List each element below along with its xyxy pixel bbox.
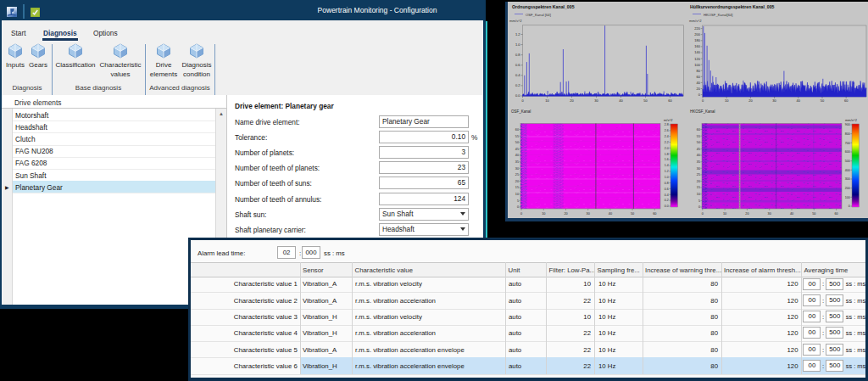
svg-text:50: 50 [812,212,815,216]
svg-text:HKOSF_Kanal: HKOSF_Kanal [690,109,715,114]
svg-text:20: 20 [748,98,753,103]
svg-text:10: 10 [542,212,545,216]
svg-text:800: 800 [845,132,850,136]
svg-text:1.2: 1.2 [665,170,669,173]
svg-text:60: 60 [697,128,700,132]
svg-text:50: 50 [821,98,825,103]
svg-text:5: 5 [517,199,519,203]
svg-text:40: 40 [619,98,623,103]
svg-text:220: 220 [694,26,700,31]
svg-text:900: 900 [845,123,850,126]
svg-text:20: 20 [697,180,700,183]
svg-text:0.0: 0.0 [515,93,520,98]
svg-text:20: 20 [570,98,574,103]
svg-text:60: 60 [515,128,519,132]
svg-text:2.4: 2.4 [665,135,669,138]
svg-text:0.4: 0.4 [665,193,669,197]
svg-text:10: 10 [723,212,726,216]
svg-text:1.4: 1.4 [665,164,669,167]
svg-text:100: 100 [845,196,850,199]
svg-text:0.0: 0.0 [665,205,669,208]
svg-text:OSF_Kanal [64]: OSF_Kanal [64] [526,13,551,17]
svg-text:1.0: 1.0 [665,176,669,179]
svg-text:0.2: 0.2 [515,83,520,87]
svg-text:10: 10 [515,193,519,196]
svg-text:0.6: 0.6 [515,63,520,67]
svg-text:0.4: 0.4 [515,73,520,77]
svg-text:140: 140 [694,50,700,54]
svg-text:45: 45 [697,148,700,151]
svg-text:10: 10 [725,98,729,103]
svg-text:40: 40 [697,154,700,157]
svg-text:45: 45 [515,148,519,151]
svg-text:1.0: 1.0 [515,42,520,47]
svg-text:30: 30 [697,167,700,171]
svg-text:2.0: 2.0 [665,147,669,150]
svg-text:20: 20 [745,212,748,216]
svg-text:0.8: 0.8 [665,182,669,185]
svg-text:40: 40 [797,98,801,103]
svg-text:10: 10 [545,98,549,103]
svg-text:50: 50 [697,141,700,144]
svg-text:20: 20 [697,87,701,91]
svg-text:30: 30 [772,98,776,103]
svg-text:40: 40 [697,81,701,85]
svg-text:30: 30 [587,212,590,216]
svg-text:60: 60 [697,75,701,79]
svg-text:60: 60 [834,212,837,216]
svg-text:40: 40 [609,212,612,216]
svg-text:60: 60 [653,212,656,216]
svg-text:35: 35 [515,160,519,164]
svg-text:60: 60 [668,98,672,103]
svg-text:50: 50 [631,212,634,216]
svg-text:20: 20 [564,212,567,216]
svg-text:15: 15 [697,186,700,189]
svg-text:25: 25 [697,173,700,176]
svg-text:80: 80 [697,69,701,73]
svg-text:m/s^2: m/s^2 [664,118,673,122]
svg-text:120: 120 [694,57,700,61]
svg-text:700: 700 [845,142,850,145]
svg-text:40: 40 [515,154,519,157]
svg-text:20: 20 [515,180,519,183]
svg-text:35: 35 [697,160,700,164]
svg-text:0: 0 [702,212,704,216]
svg-text:0.8: 0.8 [515,53,520,57]
svg-text:2.2: 2.2 [665,141,669,144]
svg-text:Ordnungsspektren Kanal_005: Ordnungsspektren Kanal_005 [512,4,575,9]
svg-text:40: 40 [790,212,793,216]
svg-text:1.2: 1.2 [515,32,520,36]
svg-text:600: 600 [845,150,850,154]
svg-text:500: 500 [845,160,850,163]
svg-text:100: 100 [694,63,700,67]
svg-text:Hüllkurvenordnungsspektren Kan: Hüllkurvenordnungsspektren Kanal_005 [690,4,775,9]
svg-text:300: 300 [845,177,850,181]
svg-text:5: 5 [698,199,700,203]
svg-text:30: 30 [768,212,771,216]
svg-text:25: 25 [515,173,519,176]
svg-text:400: 400 [845,169,850,172]
svg-text:0.6: 0.6 [665,188,669,191]
svg-text:200: 200 [845,187,850,190]
svg-text:1.6: 1.6 [665,158,669,161]
svg-text:1.8: 1.8 [665,153,669,156]
svg-text:30: 30 [515,167,519,171]
svg-text:0: 0 [702,98,704,103]
svg-text:180: 180 [694,38,700,42]
svg-text:60: 60 [844,98,849,103]
svg-text:0: 0 [520,212,522,216]
svg-text:55: 55 [697,135,700,138]
svg-text:200: 200 [694,32,700,36]
svg-text:0: 0 [849,205,850,208]
svg-text:160: 160 [694,44,700,48]
svg-text:mm/s^2: mm/s^2 [509,19,522,23]
svg-text:HKOSF_Kanal[64]: HKOSF_Kanal[64] [704,13,732,17]
svg-text:30: 30 [594,98,598,103]
svg-text:0: 0 [698,205,700,209]
svg-text:0: 0 [521,98,524,103]
svg-text:mm/s^2: mm/s^2 [845,118,858,122]
svg-text:2.6: 2.6 [665,129,669,132]
svg-text:mm/s^2: mm/s^2 [689,19,702,23]
svg-text:50: 50 [515,141,519,144]
svg-text:0: 0 [698,92,701,97]
